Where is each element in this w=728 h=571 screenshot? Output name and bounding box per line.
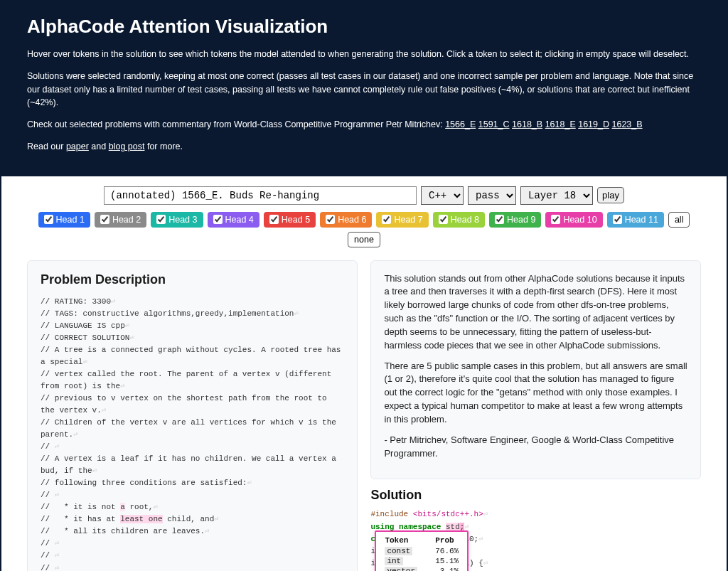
example-link[interactable]: 1623_B	[612, 119, 643, 129]
page-header: AlphaCode Attention Visualization Hover …	[1, 1, 727, 176]
example-link[interactable]: 1566_E	[445, 119, 476, 129]
intro-paragraph-2: Solutions were selected randomly, keepin…	[27, 70, 701, 110]
problem-panel: Problem Description // RATING: 3300⏎ // …	[27, 260, 358, 572]
token-row: int15.1%	[380, 556, 463, 566]
commentary-panel: This solution stands out from other Alph…	[370, 260, 701, 480]
head-checkbox[interactable]	[156, 215, 166, 224]
head-toggle[interactable]: Head 5	[264, 212, 316, 228]
main-container: C++ pass Layer 18 play Head 1Head 2Head …	[1, 176, 727, 572]
head-checkbox[interactable]	[439, 215, 448, 224]
commentary-p2: There are 5 public sample cases in this …	[384, 360, 687, 427]
problem-select-input[interactable]	[104, 186, 417, 205]
head-checkbox[interactable]	[44, 215, 53, 224]
blogpost-link[interactable]: blog post	[109, 142, 145, 151]
head-checkbox[interactable]	[495, 215, 504, 224]
problem-text[interactable]: // RATING: 3300⏎ // TAGS: constructive a…	[41, 296, 344, 572]
layer-select[interactable]: Layer 18	[520, 186, 593, 205]
example-link[interactable]: 1591_C	[478, 119, 510, 129]
head-checkbox[interactable]	[382, 215, 391, 224]
intro-paragraph-1: Hover over tokens in the solution to see…	[27, 48, 701, 61]
problem-heading: Problem Description	[41, 272, 344, 287]
head-toggle[interactable]: Head 10	[545, 212, 602, 228]
token-row: vector3.1%	[380, 566, 463, 571]
none-heads-button[interactable]: none	[348, 232, 380, 247]
head-checkbox[interactable]	[551, 215, 560, 224]
head-toggle[interactable]: Head 1	[38, 212, 90, 228]
solution-heading: Solution	[370, 488, 701, 503]
head-toggle[interactable]: Head 11	[607, 212, 664, 228]
head-checkbox[interactable]	[269, 215, 279, 224]
example-link[interactable]: 1618_E	[545, 119, 576, 129]
head-checkbox[interactable]	[100, 215, 109, 224]
head-checkbox[interactable]	[213, 215, 223, 224]
commentary-author: - Petr Mitrichev, Software Engineer, Goo…	[384, 434, 687, 461]
token-row: const76.6%	[380, 546, 463, 556]
paper-link[interactable]: paper	[66, 142, 89, 151]
head-toggle[interactable]: Head 6	[320, 212, 372, 228]
head-checkbox[interactable]	[613, 215, 622, 224]
token-probability-popup: TokenProb const76.6%int15.1%vector3.1%te…	[375, 530, 469, 571]
intro-paragraph-3: Check out selected problems with comment…	[27, 118, 701, 132]
controls-row: C++ pass Layer 18 play	[27, 186, 701, 205]
page-title: AlphaCode Attention Visualization	[27, 16, 701, 38]
language-select[interactable]: C++	[421, 186, 464, 205]
all-heads-button[interactable]: all	[668, 212, 690, 228]
head-toggle[interactable]: Head 2	[95, 212, 146, 228]
head-toggle[interactable]: Head 4	[208, 212, 259, 228]
head-toggle[interactable]: Head 9	[489, 212, 541, 228]
play-button[interactable]: play	[597, 187, 624, 203]
read-more: Read our paper and blog post for more.	[27, 140, 701, 154]
head-checkbox[interactable]	[326, 215, 335, 224]
status-select[interactable]: pass	[468, 186, 516, 205]
head-toggle[interactable]: Head 8	[433, 212, 485, 228]
heads-row: Head 1Head 2Head 3Head 4Head 5Head 6Head…	[27, 212, 701, 247]
head-toggle[interactable]: Head 3	[151, 212, 203, 228]
example-link[interactable]: 1618_B	[512, 119, 542, 129]
commentary-p1: This solution stands out from other Alph…	[384, 272, 687, 353]
head-toggle[interactable]: Head 7	[376, 212, 428, 228]
example-link[interactable]: 1619_D	[578, 119, 609, 129]
